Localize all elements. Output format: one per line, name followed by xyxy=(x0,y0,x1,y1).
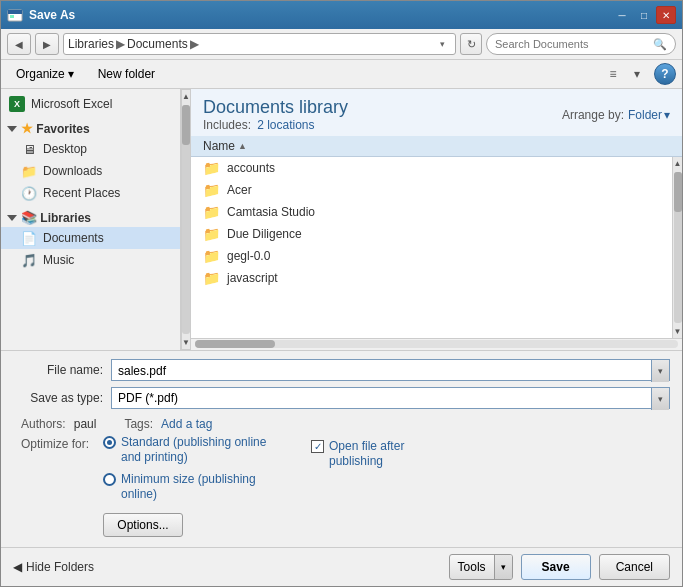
arrange-arrow: ▾ xyxy=(664,108,670,122)
folder-icon: 📁 xyxy=(203,160,219,176)
downloads-label: Downloads xyxy=(43,164,102,178)
right-scroll-down[interactable]: ▼ xyxy=(674,325,682,338)
left-panel: X Microsoft Excel ★ Favorites 🖥 Desktop xyxy=(1,89,181,350)
recent-places-icon: 🕐 xyxy=(21,185,37,201)
file-item-camtasia[interactable]: 📁 Camtasia Studio xyxy=(191,201,672,223)
authors-tags-row: Authors: paul Tags: Add a tag xyxy=(13,415,670,433)
filename-dropdown-button[interactable]: ▾ xyxy=(651,360,669,382)
savetype-wrapper: PDF (*.pdf) ▾ xyxy=(111,387,670,409)
right-scroll-track xyxy=(674,172,682,323)
cancel-button[interactable]: Cancel xyxy=(599,554,670,580)
file-name: Due Diligence xyxy=(227,227,302,241)
forward-button[interactable]: ▶ xyxy=(35,33,59,55)
recent-places-item[interactable]: 🕐 Recent Places xyxy=(1,182,180,204)
authors-label: Authors: xyxy=(21,417,66,431)
libraries-section: 📚 Libraries 📄 Documents 🎵 Music xyxy=(1,208,180,271)
search-icon: 🔍 xyxy=(653,38,667,51)
view-arrow-button[interactable]: ▾ xyxy=(626,63,648,85)
arrange-button[interactable]: Folder ▾ xyxy=(628,108,670,122)
minimize-button[interactable]: ─ xyxy=(612,6,632,24)
file-name: Acer xyxy=(227,183,252,197)
open-after-checkbox[interactable]: ✓ Open file after publishing xyxy=(311,439,459,470)
right-panel-scrollbar[interactable]: ▲ ▼ xyxy=(672,157,682,338)
file-name: gegl-0.0 xyxy=(227,249,270,263)
h-scroll-track xyxy=(195,340,678,348)
hide-folders-button[interactable]: ◀ Hide Folders xyxy=(13,560,94,574)
back-button[interactable]: ◀ xyxy=(7,33,31,55)
file-list: 📁 accounts 📁 Acer 📁 Camt xyxy=(191,157,672,338)
folder-icon: 📁 xyxy=(203,248,219,264)
refresh-button[interactable]: ↻ xyxy=(460,33,482,55)
tools-arrow: ▾ xyxy=(494,554,512,580)
right-scroll-thumb[interactable] xyxy=(674,172,682,212)
scroll-up-button[interactable]: ▲ xyxy=(182,90,190,103)
name-column-header[interactable]: Name ▲ xyxy=(203,139,670,153)
organize-label: Organize xyxy=(16,67,65,81)
favorites-header[interactable]: ★ Favorites xyxy=(1,119,180,138)
search-input[interactable] xyxy=(495,38,645,50)
filename-row: File name: ▾ xyxy=(13,359,670,381)
folder-icon: 📁 xyxy=(203,182,219,198)
libraries-header[interactable]: 📚 Libraries xyxy=(1,208,180,227)
desktop-item[interactable]: 🖥 Desktop xyxy=(1,138,180,160)
scroll-thumb[interactable] xyxy=(182,105,190,145)
file-item-gegl[interactable]: 📁 gegl-0.0 xyxy=(191,245,672,267)
tools-button[interactable]: Tools ▾ xyxy=(449,554,513,580)
file-list-header: Name ▲ xyxy=(191,136,682,157)
excel-label: Microsoft Excel xyxy=(31,97,112,111)
organize-button[interactable]: Organize ▾ xyxy=(7,63,83,85)
radio-standard-label: Standard (publishing online and printing… xyxy=(121,435,281,466)
right-panel: Documents library Includes: 2 locations … xyxy=(191,89,682,350)
documents-label: Documents xyxy=(43,231,104,245)
radio-minimum[interactable]: Minimum size (publishing online) xyxy=(103,472,281,503)
h-scroll-thumb[interactable] xyxy=(195,340,275,348)
breadcrumb-libraries[interactable]: Libraries xyxy=(68,37,114,51)
file-item-acer[interactable]: 📁 Acer xyxy=(191,179,672,201)
dialog-icon xyxy=(7,7,23,23)
checkbox-icon[interactable]: ✓ xyxy=(311,440,324,453)
downloads-item[interactable]: 📁 Downloads xyxy=(1,160,180,182)
file-item-accounts[interactable]: 📁 accounts xyxy=(191,157,672,179)
horizontal-scrollbar[interactable] xyxy=(191,338,682,350)
footer-row: ◀ Hide Folders Tools ▾ Save Cancel xyxy=(1,547,682,586)
authors-value: paul xyxy=(74,417,97,431)
close-button[interactable]: ✕ xyxy=(656,6,676,24)
savetype-dropdown-button[interactable]: ▾ xyxy=(651,388,669,410)
music-item[interactable]: 🎵 Music xyxy=(1,249,180,271)
title-bar-text: Save As xyxy=(29,8,612,22)
right-scroll-up[interactable]: ▲ xyxy=(674,157,682,170)
left-panel-scrollbar[interactable]: ▲ ▼ xyxy=(181,89,191,350)
includes-link[interactable]: 2 locations xyxy=(257,118,314,132)
radio-minimum-btn[interactable] xyxy=(103,473,116,486)
address-dropdown[interactable]: ▾ xyxy=(433,34,451,54)
view-button[interactable]: ≡ xyxy=(602,63,624,85)
bottom-area: File name: ▾ Save as type: PDF (*.pdf) ▾… xyxy=(1,350,682,547)
file-item-due-diligence[interactable]: 📁 Due Diligence xyxy=(191,223,672,245)
new-folder-button[interactable]: New folder xyxy=(89,63,164,85)
maximize-button[interactable]: □ xyxy=(634,6,654,24)
tags-value[interactable]: Add a tag xyxy=(161,417,212,431)
optimize-container: Optimize for: Standard (publishing onlin… xyxy=(13,433,670,539)
file-name: Camtasia Studio xyxy=(227,205,315,219)
radio-standard-btn[interactable] xyxy=(103,436,116,449)
breadcrumb-documents[interactable]: Documents xyxy=(127,37,188,51)
folder-icon: 📁 xyxy=(203,204,219,220)
music-label: Music xyxy=(43,253,74,267)
breadcrumb: Libraries ▶ Documents ▶ xyxy=(68,37,201,51)
savetype-value[interactable]: PDF (*.pdf) xyxy=(112,388,651,408)
radio-standard[interactable]: Standard (publishing online and printing… xyxy=(103,435,281,466)
excel-icon: X xyxy=(9,96,25,112)
microsoft-excel-item[interactable]: X Microsoft Excel xyxy=(1,93,180,115)
filename-input[interactable] xyxy=(112,360,651,382)
save-button[interactable]: Save xyxy=(521,554,591,580)
hide-folders-label: Hide Folders xyxy=(26,560,94,574)
name-label: Name xyxy=(203,139,235,153)
options-button[interactable]: Options... xyxy=(103,513,183,537)
libraries-collapse-icon xyxy=(7,215,17,221)
help-button[interactable]: ? xyxy=(654,63,676,85)
scroll-down-button[interactable]: ▼ xyxy=(182,336,190,349)
folder-icon: 📁 xyxy=(203,226,219,242)
documents-item[interactable]: 📄 Documents xyxy=(1,227,180,249)
scroll-track xyxy=(182,105,190,334)
file-item-javascript[interactable]: 📁 javascript xyxy=(191,267,672,289)
